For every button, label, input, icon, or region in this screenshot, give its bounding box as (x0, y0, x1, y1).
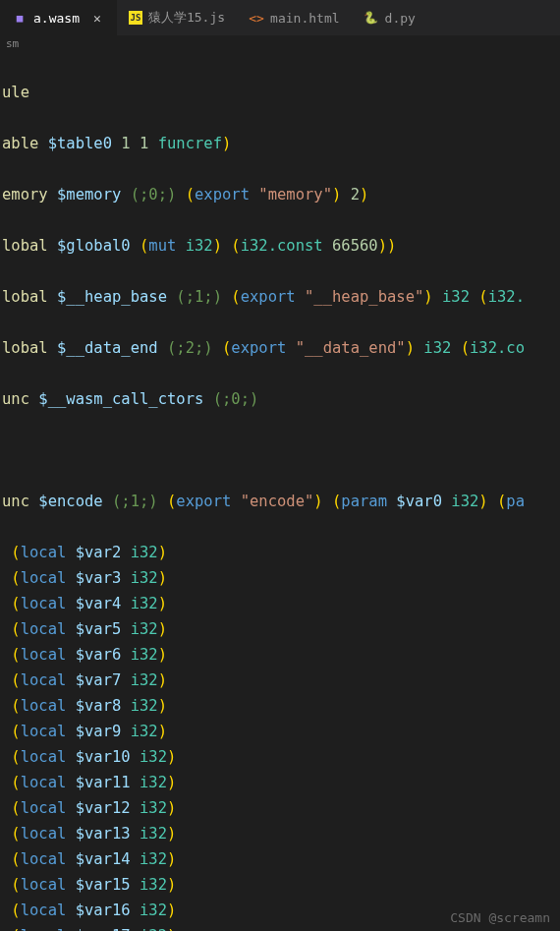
code-token: export (176, 493, 240, 510)
code-token: $var17 (76, 927, 140, 931)
code-token: export (241, 288, 305, 306)
code-token: 2 (351, 186, 360, 204)
code-token: i32 (140, 876, 167, 894)
code-token: ( (11, 620, 20, 638)
code-token: i32 (131, 671, 158, 689)
html-icon: <> (249, 10, 264, 26)
code-token: (; (131, 186, 149, 204)
code-token: i32 (140, 902, 167, 919)
wasm-icon: ■ (12, 10, 28, 26)
code-token: 66560 (332, 237, 378, 255)
code-token: $var9 (76, 723, 131, 740)
code-token: ) ( (213, 237, 241, 255)
code-token: i32 (451, 493, 478, 510)
code-token: $var11 (76, 774, 140, 791)
code-token: ( (11, 774, 20, 791)
code-token: ) (360, 186, 368, 204)
code-token: ( (11, 825, 20, 843)
code-token: $var12 (76, 799, 140, 817)
code-token: ) (222, 135, 231, 152)
tab-bar: ■ a.wasm ✕ JS 猿人学15.js <> main.html 🐍 d.… (0, 0, 560, 35)
code-token: $var3 (76, 569, 131, 587)
code-token: i32 (131, 646, 158, 664)
code-token: i32 (131, 595, 158, 612)
code-token: i32.const (241, 237, 332, 255)
code-token: ) (158, 544, 167, 561)
code-token: ) (167, 902, 176, 919)
code-token: $global0 (57, 237, 140, 255)
code-token: ;) (241, 390, 259, 408)
code-token: local (21, 646, 76, 664)
code-token: "memory" (258, 186, 332, 204)
code-token: local (21, 927, 76, 931)
code-token: ) (158, 620, 167, 638)
code-token: ) (167, 748, 176, 766)
tab-js[interactable]: JS 猿人学15.js (117, 0, 237, 35)
code-token: i32 (131, 723, 158, 740)
code-token: ( (11, 646, 20, 664)
code-token: local (21, 799, 76, 817)
code-token: ( (167, 493, 176, 510)
code-token: $var8 (76, 697, 131, 715)
code-token: i32 (131, 697, 158, 715)
code-token: lobal (2, 237, 57, 255)
code-token: ) ( (478, 493, 506, 510)
code-token: i32 (131, 569, 158, 587)
code-token: $__heap_base (57, 288, 176, 306)
code-token: i32 (140, 825, 167, 843)
code-token: "__heap_base" (305, 288, 423, 306)
code-token: ( (186, 186, 195, 204)
code-token: ( (11, 569, 20, 587)
code-token: $var0 (396, 493, 451, 510)
code-token: ( (11, 671, 20, 689)
code-token: export (195, 186, 258, 204)
tab-py[interactable]: 🐍 d.py (352, 0, 427, 35)
code-token: ( (11, 876, 20, 894)
code-token: $var5 (76, 620, 131, 638)
code-token: $var2 (76, 544, 131, 561)
code-editor[interactable]: ule able $table0 1 1 funcref) emory $mem… (0, 52, 560, 931)
code-token: local (21, 902, 76, 919)
code-token: local (21, 595, 76, 612)
code-token: local (21, 544, 76, 561)
code-token: i32 (442, 288, 478, 306)
code-token: (; (176, 288, 195, 306)
code-token: ule (2, 84, 29, 101)
code-token: $var13 (76, 825, 140, 843)
tab-html[interactable]: <> main.html (237, 0, 351, 35)
close-icon[interactable]: ✕ (89, 10, 105, 26)
code-token: ( (140, 237, 148, 255)
tab-a-wasm[interactable]: ■ a.wasm ✕ (0, 0, 117, 35)
code-token: ( (11, 595, 20, 612)
code-token: emory (2, 186, 57, 204)
tab-label: main.html (270, 11, 339, 26)
code-token: ) (158, 697, 167, 715)
code-token: export (231, 339, 295, 357)
code-token: ) (332, 186, 351, 204)
code-token: funcref (158, 135, 222, 152)
code-token: ) (167, 799, 176, 817)
code-token: ) (158, 723, 167, 740)
code-token: i32 (131, 544, 158, 561)
code-token: $var7 (76, 671, 131, 689)
js-icon: JS (129, 11, 142, 25)
code-token: i32. (488, 288, 525, 306)
code-token: local (21, 876, 76, 894)
code-token: ;) (195, 339, 222, 357)
code-token: ) (167, 774, 176, 791)
code-token: $__data_end (57, 339, 167, 357)
code-token: (; (213, 390, 232, 408)
code-token: ( (11, 723, 20, 740)
code-token: (; (167, 339, 186, 357)
code-token: ) (158, 595, 167, 612)
code-token: $var6 (76, 646, 131, 664)
code-token: lobal (2, 339, 57, 357)
code-token: local (21, 825, 76, 843)
code-token: $memory (57, 186, 131, 204)
code-token: "__data_end" (296, 339, 406, 357)
code-token: i32 (140, 774, 167, 791)
code-token: $var16 (76, 902, 140, 919)
code-token: i32 (140, 927, 167, 931)
code-token: ) (167, 825, 176, 843)
code-token: ) (158, 569, 167, 587)
